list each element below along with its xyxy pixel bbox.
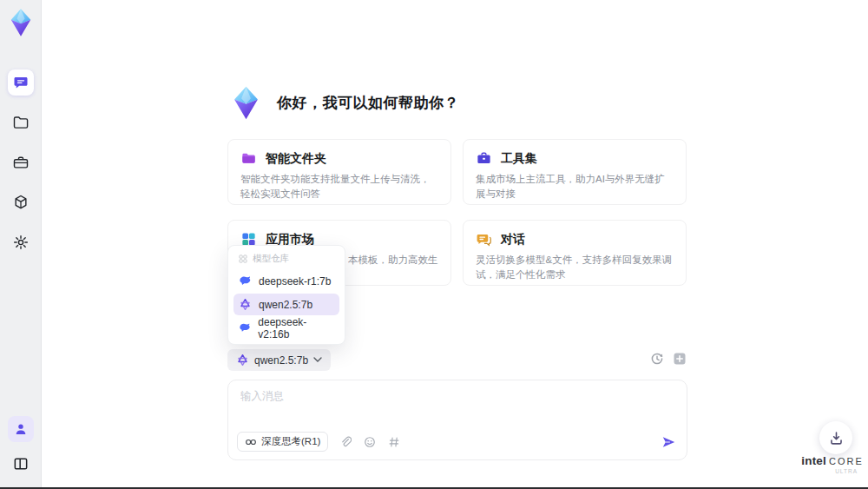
intel-brand-text: intel	[801, 454, 826, 467]
greeting-text: 你好，我可以如何帮助你？	[277, 93, 459, 113]
model-dropdown-header: 模型仓库	[233, 251, 339, 268]
sidebar-collapse-button[interactable]	[8, 451, 34, 477]
model-dropdown-header-label: 模型仓库	[253, 253, 289, 265]
card-title: 工具集	[501, 151, 537, 167]
card-smart-folder[interactable]: 智能文件夹 智能文件夹功能支持批量文件上传与清洗，轻松实现文件问答	[227, 139, 451, 205]
download-icon	[829, 431, 844, 446]
user-icon	[13, 421, 29, 437]
conversation-toolbar	[649, 351, 687, 366]
greeting: 你好，我可以如何帮助你？	[227, 84, 459, 122]
model-option-label: qwen2.5:7b	[259, 299, 312, 311]
send-button[interactable]	[661, 434, 676, 449]
history-button[interactable]	[649, 351, 664, 366]
model-option-deepseek-r1[interactable]: deepseek-r1:7b	[233, 270, 339, 292]
sidebar-item-models[interactable]	[8, 189, 34, 215]
gear-icon	[12, 234, 30, 251]
sidebar-item-toolbox[interactable]	[8, 149, 34, 175]
intel-core-logo: intel core ULTRA	[806, 454, 859, 474]
send-icon	[661, 434, 676, 450]
repository-icon	[239, 254, 247, 263]
card-title: 智能文件夹	[266, 151, 326, 167]
sidebar-item-settings[interactable]	[8, 229, 34, 255]
download-button[interactable]	[819, 421, 852, 454]
chat-input-panel: 深度思考(R1)	[227, 380, 687, 460]
input-toolbar: 深度思考(R1)	[237, 432, 676, 452]
smiley-icon	[364, 436, 376, 448]
model-option-qwen[interactable]: qwen2.5:7b	[233, 294, 339, 315]
sidebar-item-account[interactable]	[8, 416, 34, 442]
folder-icon	[12, 114, 30, 131]
qwen-logo-icon	[239, 298, 252, 311]
deep-think-icon	[245, 438, 257, 446]
new-chat-icon	[673, 352, 687, 366]
sidebar	[0, 0, 42, 489]
card-title: 对话	[501, 232, 525, 248]
model-option-deepseek-v2[interactable]: deepseek-v2:16b	[233, 317, 339, 339]
assistant-logo-icon	[227, 84, 265, 122]
paperclip-icon	[339, 436, 352, 448]
chat-icon	[13, 75, 29, 90]
qwen-logo-icon	[236, 354, 249, 367]
deep-think-button[interactable]: 深度思考(R1)	[237, 432, 328, 452]
conversation-icon	[476, 231, 492, 248]
sidebar-item-folders[interactable]	[8, 109, 34, 135]
card-conversation[interactable]: 对话 灵活切换多模型&文件，支持多样回复效果调试，满足个性化需求	[463, 220, 687, 286]
model-option-label: deepseek-v2:16b	[258, 316, 334, 340]
hash-icon	[388, 436, 400, 448]
message-input[interactable]	[240, 389, 674, 429]
app-window: 你好，我可以如何帮助你？ 智能文件夹 智能文件夹功能支持批量文件上传与清洗，轻松…	[0, 0, 868, 489]
history-icon	[650, 352, 664, 366]
toolset-icon	[476, 150, 492, 167]
cube-icon	[12, 194, 30, 211]
smart-folder-icon	[240, 150, 257, 167]
panel-toggle-icon	[12, 455, 30, 472]
model-option-label: deepseek-r1:7b	[259, 275, 331, 287]
commands-button[interactable]	[386, 434, 401, 449]
deep-think-label: 深度思考(R1)	[261, 435, 320, 448]
emoji-button[interactable]	[362, 434, 377, 449]
card-description: 灵活切换多模型&文件，支持多样回复效果调试，满足个性化需求	[476, 253, 674, 283]
card-toolset[interactable]: 工具集 集成市场上主流工具，助力AI与外界无缝扩展与对接	[463, 139, 687, 205]
card-description: 智能文件夹功能支持批量文件上传与清洗，轻松实现文件问答	[240, 172, 438, 202]
app-logo-icon	[5, 7, 36, 38]
model-dropdown: 模型仓库 deepseek-r1:7b qwen2.5:7b deepseek-…	[227, 245, 345, 345]
model-selector-button[interactable]: qwen2.5:7b	[227, 349, 331, 371]
intel-core-text: core	[829, 456, 864, 466]
chevron-down-icon	[313, 357, 322, 363]
card-description-fragment: 本模板，助力高效生成多	[348, 253, 438, 268]
deepseek-whale-icon	[239, 274, 252, 287]
intel-tier-text: ULTRA	[806, 468, 859, 474]
attach-button[interactable]	[338, 434, 352, 449]
briefcase-icon	[12, 154, 30, 171]
model-selector-label: qwen2.5:7b	[254, 354, 308, 367]
card-description: 集成市场上主流工具，助力AI与外界无缝扩展与对接	[476, 172, 674, 202]
new-chat-button[interactable]	[672, 351, 687, 366]
deepseek-whale-icon	[239, 321, 251, 334]
sidebar-item-chat[interactable]	[8, 69, 34, 96]
